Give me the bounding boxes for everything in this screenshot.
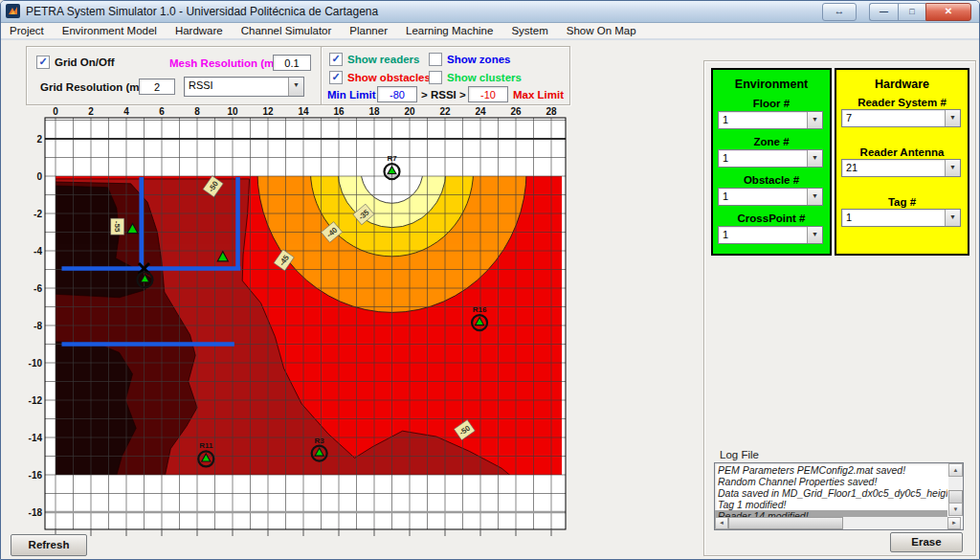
log-entry[interactable]: Data saved in MD_Grid_Floor1_dx0c5_dy0c5… [715,487,947,499]
scroll-right-icon[interactable]: ► [947,517,961,529]
log-entry[interactable]: Random Channel Properties saved! [715,476,947,487]
max-limit-label: Max Limit [513,89,564,101]
show-zones-checkbox[interactable] [429,53,442,66]
show-obstacles-row: ✓ Show obstacles [329,71,431,84]
mesh-resolution-label: Mesh Resolution (m) [169,57,278,69]
mesh-resolution-input[interactable] [273,55,311,71]
svg-text:24: 24 [475,106,486,117]
log-entry[interactable]: PEM Parameters PEMConfig2.mat saved! [715,464,947,476]
titlebar[interactable]: PETRA System Simulator 1.0 - Universidad… [1,1,979,23]
svg-text:28: 28 [546,106,557,117]
hardware-panel: Hardware Reader System #7▼Reader Antenna… [835,68,969,256]
svg-text:R7: R7 [387,154,397,163]
menu-item-hardware[interactable]: Hardware [175,23,223,38]
show-obstacles-label: Show obstacles [347,72,431,83]
dock-button[interactable]: ↔ [822,3,857,21]
menu-item-project[interactable]: Project [10,23,44,38]
chevron-down-icon[interactable]: ▼ [945,110,960,126]
log-entry[interactable]: Tag 1 modified! [715,499,947,510]
chevron-down-icon[interactable]: ▼ [807,189,822,205]
svg-text:-12: -12 [29,395,43,406]
show-options-panel: ✓ Show readers Show zones ✓ Show obstacl… [321,46,570,105]
show-obstacles-checkbox[interactable]: ✓ [329,71,343,84]
hardware-dropdown-1[interactable]: 21▼ [841,159,961,177]
chevron-down-icon[interactable]: ▼ [807,227,822,243]
rssi-range-label: > RSSI > [421,89,466,101]
show-zones-label: Show zones [447,54,510,65]
environment-value-3: 1 [719,227,807,243]
min-limit-input[interactable] [377,86,417,102]
chevron-down-icon[interactable]: ▼ [807,150,822,167]
svg-text:26: 26 [510,106,522,117]
hardware-dropdown-0[interactable]: 7▼ [841,109,961,127]
max-limit-input[interactable] [468,86,508,102]
grid-onoff-label: Grid On/Off [55,56,115,68]
menu-item-show-on-map[interactable]: Show On Map [567,23,636,38]
hardware-value-1: 21 [842,160,945,176]
svg-text:16: 16 [333,106,345,117]
hardware-value-2: 1 [842,210,945,226]
grid-onoff-row: ✓ Grid On/Off [36,56,115,69]
scroll-up-icon[interactable]: ▲ [948,463,963,477]
minimize-button[interactable]: — [869,3,898,21]
hardware-label-1: Reader Antenna [836,146,968,158]
grid-onoff-checkbox[interactable]: ✓ [36,56,50,69]
hardware-label-0: Reader System # [836,97,968,108]
show-clusters-label: Show clusters [447,72,522,83]
svg-text:6: 6 [159,106,165,117]
map-plot[interactable]: R7R16R11R3-50-55-35-40-45-50024681012141… [20,106,577,539]
svg-text:2: 2 [88,106,94,117]
chevron-down-icon[interactable]: ▼ [945,210,960,226]
svg-text:0: 0 [36,171,42,182]
menu-item-system[interactable]: System [511,23,547,38]
svg-text:-16: -16 [29,470,43,481]
menu-item-planner[interactable]: Planner [349,23,388,38]
log-vscrollbar[interactable]: ▲ ▼ [948,463,963,516]
right-side-panel: Environment Floor #1▼Zone #1▼Obstacle #1… [703,60,976,556]
menu-item-learning-machine[interactable]: Learning Machine [406,23,493,38]
environment-dropdown-2[interactable]: 1▼ [718,188,823,206]
chevron-down-icon[interactable]: ▼ [945,160,960,176]
show-clusters-row: Show clusters [429,71,522,84]
show-clusters-checkbox[interactable] [429,71,442,84]
maximize-button[interactable]: □ [898,3,925,21]
environment-value-0: 1 [719,112,807,128]
hardware-value-0: 7 [842,110,945,126]
svg-text:4: 4 [123,106,129,117]
erase-button[interactable]: Erase [890,532,963,552]
svg-text:8: 8 [194,106,200,117]
log-listbox[interactable]: PEM Parameters PEMConfig2.mat saved!Rand… [714,462,964,530]
environment-dropdown-1[interactable]: 1▼ [718,149,823,168]
environment-value-2: 1 [719,189,807,205]
metric-dropdown[interactable]: RSSI ▼ [184,77,304,97]
svg-text:12: 12 [262,106,274,117]
chevron-down-icon[interactable]: ▼ [807,112,822,128]
environment-dropdown-0[interactable]: 1▼ [718,111,823,129]
svg-text:-55: -55 [113,221,122,233]
environment-label-0: Floor # [713,98,830,109]
menu-item-environment-model[interactable]: Environment Model [62,23,157,38]
scroll-left-icon[interactable]: ◄ [715,517,728,529]
chevron-down-icon[interactable]: ▼ [288,78,303,96]
environment-panel-title: Environment [713,78,830,91]
svg-text:22: 22 [439,106,451,117]
contour-label: -55 [111,218,124,235]
close-button[interactable]: ✕ [925,3,971,21]
refresh-button[interactable]: Refresh [11,534,87,556]
log-hscrollbar[interactable]: ◄ ► [715,517,961,529]
menu-item-channel-simulator[interactable]: Channel Simulator [241,23,332,38]
hardware-dropdown-2[interactable]: 1▼ [841,209,961,227]
show-readers-checkbox[interactable]: ✓ [329,53,343,66]
environment-value-1: 1 [719,150,807,167]
svg-text:14: 14 [298,106,309,117]
app-icon [6,4,20,18]
svg-text:-14: -14 [29,433,43,443]
hscroll-thumb[interactable] [728,517,843,529]
environment-dropdown-3[interactable]: 1▼ [718,226,823,244]
svg-text:10: 10 [227,106,238,117]
environment-label-2: Obstacle # [713,174,830,186]
metric-dropdown-value: RSSI [185,78,288,96]
menu-bar: ProjectEnvironment ModelHardwareChannel … [1,23,979,40]
grid-resolution-input[interactable] [139,78,175,95]
scroll-down-icon[interactable]: ▼ [948,503,963,516]
